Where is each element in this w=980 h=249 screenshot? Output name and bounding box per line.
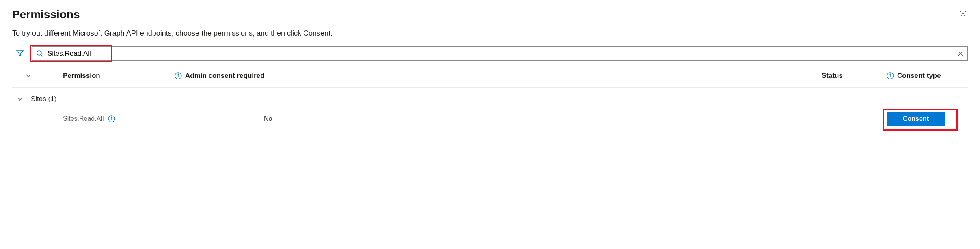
column-consent-type-label: Consent type xyxy=(897,72,941,80)
group-row[interactable]: Sites (1) xyxy=(12,88,968,107)
svg-line-3 xyxy=(41,55,43,56)
column-consent-type[interactable]: Consent type xyxy=(887,72,968,80)
close-icon[interactable] xyxy=(958,9,968,21)
info-icon[interactable] xyxy=(108,115,115,122)
description-text: To try out different Microsoft Graph API… xyxy=(12,29,968,38)
info-icon[interactable] xyxy=(175,72,182,79)
info-icon[interactable] xyxy=(887,72,894,79)
column-permission[interactable]: Permission xyxy=(45,72,175,80)
search-box[interactable] xyxy=(32,46,968,61)
svg-point-14 xyxy=(111,117,112,118)
table-row: Sites.Read.All No Consent xyxy=(12,107,968,131)
filter-icon[interactable] xyxy=(12,50,28,57)
table-header: Permission Admin consent required Status… xyxy=(12,64,968,88)
search-icon xyxy=(36,50,43,57)
column-status[interactable]: Status xyxy=(822,72,887,80)
svg-point-11 xyxy=(890,74,891,75)
search-input[interactable] xyxy=(47,47,954,60)
svg-point-2 xyxy=(37,51,41,55)
page-title: Permissions xyxy=(12,8,80,21)
consent-button[interactable]: Consent xyxy=(887,112,945,126)
group-label: Sites (1) xyxy=(31,95,56,103)
permission-name: Sites.Read.All xyxy=(63,115,104,122)
chevron-down-icon[interactable] xyxy=(26,73,31,79)
clear-search-icon[interactable] xyxy=(958,51,963,56)
admin-consent-value: No xyxy=(142,115,822,122)
chevron-down-icon[interactable] xyxy=(12,96,23,102)
column-admin-consent-label: Admin consent required xyxy=(185,72,265,80)
svg-point-8 xyxy=(178,74,179,75)
column-admin-consent[interactable]: Admin consent required xyxy=(175,72,822,80)
